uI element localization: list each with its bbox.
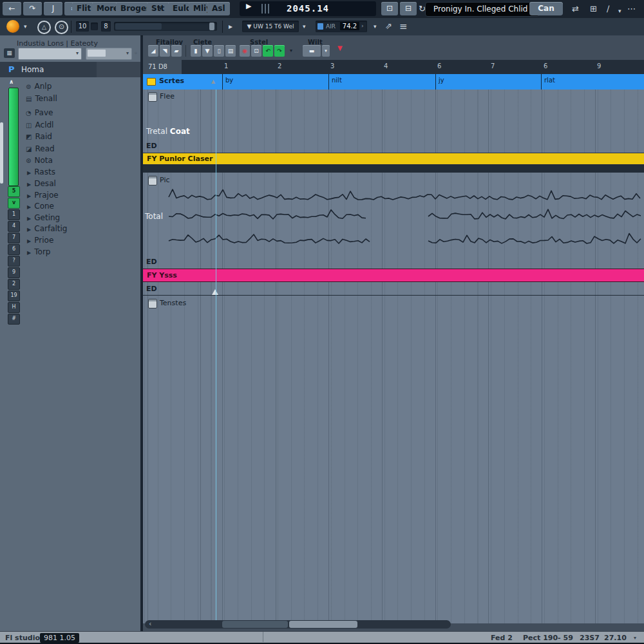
- more-dots-icon[interactable]: ⋯: [627, 3, 636, 15]
- record-snap-button[interactable]: ◉: [240, 45, 250, 57]
- grid-icon[interactable]: ⊞: [590, 3, 597, 15]
- output-icon[interactable]: ▸: [229, 22, 232, 31]
- redo-loop-button[interactable]: ↷: [274, 45, 285, 57]
- playhead-marker-icon[interactable]: [212, 289, 218, 295]
- zoom-tool-button[interactable]: ▤: [225, 45, 236, 57]
- swing-field[interactable]: 8: [101, 21, 111, 32]
- delete-tool-button[interactable]: ▰: [171, 45, 182, 57]
- chevron-down-icon[interactable]: ▾: [634, 635, 636, 641]
- ruler-mode-tab[interactable]: 71 D8: [143, 60, 182, 74]
- timeline-ruler[interactable]: 71 D8 1 2 3 4 6 7 6 9: [143, 60, 644, 74]
- song-mode-button[interactable]: ⊟: [400, 2, 417, 15]
- chevron-down-icon[interactable]: ▾: [290, 48, 292, 53]
- pattern-select-button[interactable]: ▬: [303, 45, 321, 57]
- clip-label[interactable]: jy: [439, 77, 444, 84]
- strip-button[interactable]: 5: [8, 186, 20, 197]
- fl-logo[interactable]: [6, 20, 19, 33]
- strip-button[interactable]: 7: [8, 232, 20, 243]
- clip-label[interactable]: rlat: [544, 77, 555, 84]
- track-label[interactable]: Tretal Coat: [146, 127, 190, 136]
- chevron-down-icon[interactable]: ▾: [374, 23, 377, 30]
- chevron-down-icon[interactable]: ▾: [618, 5, 621, 17]
- browser-scrollbar[interactable]: [8, 88, 19, 186]
- monitor-display[interactable]: ▼ UW 15 T6 Wel: [242, 21, 299, 32]
- filter-dropdown[interactable]: ▾: [86, 48, 132, 60]
- cpu-panel[interactable]: AIR 74.2 ›: [316, 21, 367, 32]
- home-tab[interactable]: P Homa: [0, 62, 97, 77]
- horizontal-scrollbar[interactable]: ‹: [145, 620, 451, 629]
- wrench-icon[interactable]: ∕: [607, 3, 609, 15]
- scroll-left-icon[interactable]: ‹: [149, 620, 151, 628]
- mute-tool-button[interactable]: ▼: [202, 45, 213, 57]
- pattern-track-header[interactable]: Scrtes ▲: [143, 74, 223, 90]
- magnet-snap-button[interactable]: ⊡: [251, 45, 261, 57]
- pattern-select-arrow[interactable]: ▾: [322, 45, 330, 57]
- pattern-track-row[interactable]: Scrtes ▲ by nilt jy rlat: [143, 74, 644, 90]
- menu-asl[interactable]: Asl: [207, 2, 230, 15]
- clock-icon[interactable]: ⊙: [55, 21, 68, 34]
- scrollbar-segment[interactable]: [222, 621, 288, 628]
- playhead-line[interactable]: [216, 90, 216, 623]
- paint-tool-button[interactable]: ◥: [160, 45, 170, 57]
- typing-keyboard-icon[interactable]: ⇗: [385, 21, 392, 31]
- track-label[interactable]: Total: [145, 212, 163, 221]
- shuffle-slider[interactable]: [114, 22, 217, 31]
- sync-icon[interactable]: ⇄: [572, 3, 579, 15]
- edge-scrollbar-thumb[interactable]: [0, 122, 3, 184]
- strip-button[interactable]: #: [8, 314, 20, 325]
- track-label[interactable]: ED: [146, 285, 157, 293]
- list-item[interactable]: ▶ Prioe: [27, 233, 53, 245]
- list-item[interactable]: ▶ Cone: [27, 199, 54, 211]
- track-label[interactable]: Pic: [160, 176, 170, 184]
- list-item[interactable]: ▶ Desal: [27, 176, 56, 189]
- back-arrow-icon[interactable]: ←: [3, 2, 21, 15]
- pattern-mode-button[interactable]: ⊡: [381, 2, 398, 15]
- strip-button[interactable]: 2: [8, 279, 20, 290]
- track-label[interactable]: ED: [146, 142, 157, 150]
- list-item[interactable]: ◫ Acldl: [26, 118, 53, 130]
- cut-tool-button[interactable]: ▮: [191, 45, 201, 57]
- fx-track-pink[interactable]: FY Ysss: [143, 269, 644, 282]
- strip-button[interactable]: ?: [8, 256, 20, 267]
- tempo-field[interactable]: 10: [76, 21, 89, 32]
- search-dropdown[interactable]: ▾: [18, 48, 82, 60]
- list-item[interactable]: ◪ Read: [26, 142, 55, 154]
- strip-button[interactable]: 6: [8, 244, 20, 255]
- list-item[interactable]: ▤ Tenall: [26, 91, 57, 104]
- clip-label[interactable]: nilt: [332, 77, 342, 84]
- playhead-marker-icon[interactable]: ▲: [211, 79, 215, 84]
- redo-icon[interactable]: ↷: [23, 2, 42, 15]
- slip-tool-button[interactable]: ▯: [214, 45, 224, 57]
- list-item[interactable]: ◔ Pave: [26, 106, 53, 118]
- list-item[interactable]: ▶ Rasts: [27, 165, 55, 177]
- slide-tool-icon[interactable]: J: [44, 2, 62, 15]
- hamburger-menu-icon[interactable]: ≡: [399, 21, 408, 32]
- transport-display[interactable]: ▶ 2045.14: [240, 1, 376, 16]
- strip-button[interactable]: 9: [8, 267, 20, 278]
- list-item[interactable]: ▶ Torp: [27, 245, 50, 257]
- list-item[interactable]: ◩ Raid: [26, 129, 52, 142]
- abletonlink-icon[interactable]: △: [37, 21, 51, 34]
- strip-button[interactable]: 4: [8, 221, 20, 232]
- nudge-button[interactable]: [91, 23, 98, 30]
- track-label[interactable]: Tenstes: [160, 299, 186, 307]
- playlist-lane[interactable]: Flee Tretal Coat ED FY Punlor Claser Pic…: [143, 90, 644, 623]
- clip-label[interactable]: by: [225, 77, 233, 84]
- collapse-icon[interactable]: ◦: [134, 50, 138, 57]
- scrollbar-thumb[interactable]: [289, 621, 357, 628]
- slider-thumb[interactable]: [209, 23, 214, 30]
- can-button[interactable]: Can: [529, 2, 563, 15]
- undo-loop-button[interactable]: ↶: [263, 45, 273, 57]
- chevron-down-icon[interactable]: ▾: [24, 23, 27, 30]
- draw-tool-button[interactable]: ◢: [148, 45, 158, 57]
- strip-button[interactable]: 1: [8, 209, 20, 220]
- browser-options-button[interactable]: ▦: [4, 48, 15, 58]
- scroll-up-icon[interactable]: ∧: [9, 79, 14, 85]
- strip-button[interactable]: 19: [8, 290, 20, 301]
- list-item[interactable]: ▶ Carfaltig: [27, 222, 67, 234]
- strip-button[interactable]: H: [8, 302, 20, 313]
- track-label[interactable]: Flee: [160, 92, 175, 100]
- strip-button[interactable]: v: [8, 198, 20, 209]
- fx-track-yellow[interactable]: FY Punlor Claser: [143, 153, 644, 165]
- list-item[interactable]: ⊚ Anlp: [26, 79, 52, 91]
